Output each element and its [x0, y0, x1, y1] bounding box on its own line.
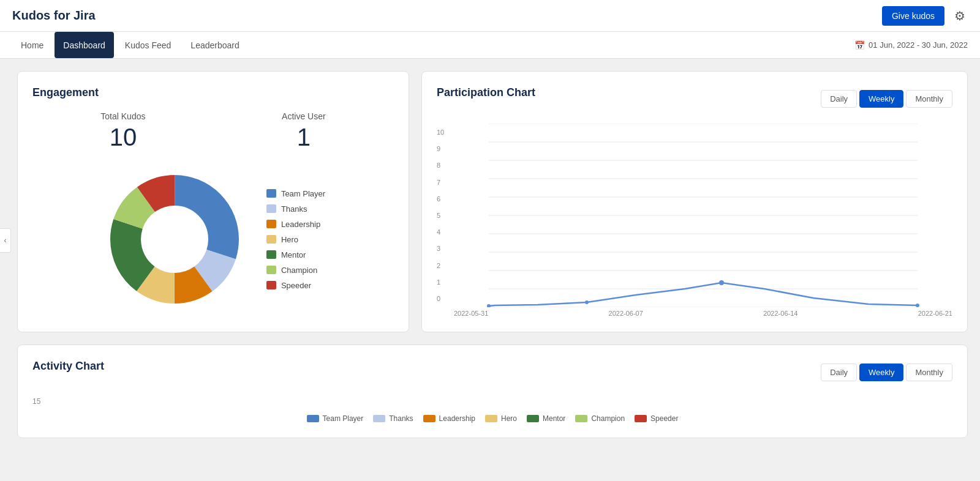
- activity-legend-teamplayer: Team Player: [307, 414, 364, 423]
- tab-dashboard[interactable]: Dashboard: [55, 32, 114, 58]
- activity-legend-label-thanks: Thanks: [389, 414, 413, 423]
- active-user-label: Active User: [282, 111, 326, 121]
- donut-chart: [101, 166, 248, 313]
- tab-leaderboard[interactable]: Leaderboard: [182, 32, 247, 58]
- activity-legend-color-speeder: [635, 415, 647, 422]
- activity-legend-label-hero: Hero: [501, 414, 517, 423]
- legend-item-mentor: Mentor: [266, 250, 325, 259]
- total-kudos-stat: Total Kudos 10: [100, 111, 145, 151]
- date-range-text: 01 Jun, 2022 - 30 Jun, 2022: [869, 40, 968, 50]
- activity-legend-label-champion: Champion: [591, 414, 625, 423]
- participation-period-toggles: Daily Weekly Monthly: [821, 90, 952, 108]
- date-range: 📅 01 Jun, 2022 - 30 Jun, 2022: [854, 40, 968, 50]
- donut-legend: Team Player Thanks Leadership Hero: [266, 189, 325, 290]
- legend-item-thanks: Thanks: [266, 204, 325, 214]
- total-kudos-value: 10: [100, 124, 145, 151]
- legend-label-hero: Hero: [281, 235, 298, 244]
- y-label-1: 1: [437, 278, 449, 286]
- legend-label-mentor: Mentor: [281, 250, 306, 259]
- activity-legend-hero: Hero: [485, 414, 517, 423]
- legend-color-thanks: [266, 204, 276, 213]
- activity-legend-label-speeder: Speeder: [650, 414, 678, 423]
- x-label-0607: 2022-06-07: [609, 310, 643, 317]
- activity-monthly-btn[interactable]: Monthly: [906, 364, 952, 381]
- participation-chart-header: Participation Chart Daily Weekly Monthly: [437, 86, 952, 111]
- y-label-10: 10: [437, 129, 449, 136]
- y-label-5: 5: [437, 212, 449, 219]
- activity-period-toggles: Daily Weekly Monthly: [821, 364, 952, 381]
- y-label-7: 7: [437, 179, 449, 186]
- total-kudos-label: Total Kudos: [100, 111, 145, 121]
- engagement-card: Engagement Total Kudos 10 Active User 1: [17, 71, 409, 332]
- legend-label-teamplayer: Team Player: [281, 189, 325, 198]
- legend-color-hero: [266, 235, 276, 244]
- charts-row: Engagement Total Kudos 10 Active User 1: [17, 71, 968, 332]
- legend-item-leadership: Leadership: [266, 220, 325, 229]
- participation-daily-btn[interactable]: Daily: [821, 90, 857, 108]
- tab-home[interactable]: Home: [12, 32, 52, 58]
- participation-line-chart: [454, 124, 952, 307]
- legend-color-speeder: [266, 281, 276, 289]
- participation-line: [489, 283, 918, 306]
- activity-legend-color-hero: [485, 415, 497, 422]
- y-label-3: 3: [437, 245, 449, 252]
- nav-tabs: Home Dashboard Kudos Feed Leaderboard: [12, 32, 248, 58]
- y-label-2: 2: [437, 262, 449, 269]
- y-label-9: 9: [437, 145, 449, 152]
- activity-legend-label-leadership: Leadership: [439, 414, 475, 423]
- participation-card: Participation Chart Daily Weekly Monthly…: [421, 71, 968, 332]
- participation-chart-title: Participation Chart: [437, 86, 535, 99]
- activity-legend-leadership: Leadership: [423, 414, 475, 423]
- give-kudos-button[interactable]: Give kudos: [882, 6, 944, 26]
- legend-label-thanks: Thanks: [281, 204, 307, 214]
- activity-y-value: 15: [32, 397, 952, 406]
- y-label-6: 6: [437, 195, 449, 203]
- activity-daily-btn[interactable]: Daily: [821, 364, 857, 381]
- activity-legend-color-leadership: [423, 415, 435, 422]
- active-user-stat: Active User 1: [282, 111, 326, 151]
- activity-legend-mentor: Mentor: [527, 414, 565, 423]
- activity-legend-thanks: Thanks: [373, 414, 413, 423]
- donut-center: [143, 207, 206, 271]
- activity-legend-label-teamplayer: Team Player: [323, 414, 364, 423]
- top-header: Kudos for Jira Give kudos ⚙: [0, 0, 980, 32]
- app-title: Kudos for Jira: [12, 9, 96, 23]
- legend-label-leadership: Leadership: [281, 220, 320, 229]
- settings-button[interactable]: ⚙: [952, 6, 968, 26]
- sidebar-toggle[interactable]: ‹: [0, 228, 11, 253]
- legend-color-mentor: [266, 250, 276, 259]
- participation-dot-peak: [719, 280, 724, 285]
- engagement-title: Engagement: [32, 86, 394, 99]
- legend-label-speeder: Speeder: [281, 281, 311, 290]
- participation-dot-1: [585, 300, 589, 304]
- activity-legend-champion: Champion: [575, 414, 625, 423]
- legend-item-champion: Champion: [266, 266, 325, 275]
- y-label-4: 4: [437, 228, 449, 236]
- donut-area: Team Player Thanks Leadership Hero: [32, 166, 394, 313]
- main-content: Engagement Total Kudos 10 Active User 1: [0, 59, 980, 450]
- header-right: Give kudos ⚙: [882, 6, 968, 26]
- activity-legend-label-mentor: Mentor: [543, 414, 565, 423]
- legend-color-teamplayer: [266, 189, 276, 198]
- activity-legend-color-thanks: [373, 415, 385, 422]
- legend-color-leadership: [266, 220, 276, 228]
- legend-item-speeder: Speeder: [266, 281, 325, 290]
- participation-monthly-btn[interactable]: Monthly: [906, 90, 952, 108]
- activity-chart-title: Activity Chart: [32, 360, 104, 373]
- activity-weekly-btn[interactable]: Weekly: [859, 364, 903, 381]
- tab-kudos-feed[interactable]: Kudos Feed: [116, 32, 180, 58]
- nav-bar: Home Dashboard Kudos Feed Leaderboard 📅 …: [0, 32, 980, 59]
- participation-weekly-btn[interactable]: Weekly: [859, 90, 903, 108]
- y-label-0: 0: [437, 295, 449, 302]
- calendar-icon-start: 📅: [854, 40, 865, 50]
- legend-item-teamplayer: Team Player: [266, 189, 325, 198]
- activity-chart-header: Activity Chart Daily Weekly Monthly: [32, 360, 952, 385]
- legend-label-champion: Champion: [281, 266, 317, 275]
- x-label-0614: 2022-06-14: [763, 310, 797, 317]
- activity-card: Activity Chart Daily Weekly Monthly 15 T…: [17, 345, 968, 438]
- activity-legend: Team Player Thanks Leadership Hero Mento…: [32, 414, 952, 423]
- legend-item-hero: Hero: [266, 235, 325, 244]
- y-label-8: 8: [437, 162, 449, 169]
- x-label-0621: 2022-06-21: [918, 310, 952, 317]
- activity-legend-color-mentor: [527, 415, 539, 422]
